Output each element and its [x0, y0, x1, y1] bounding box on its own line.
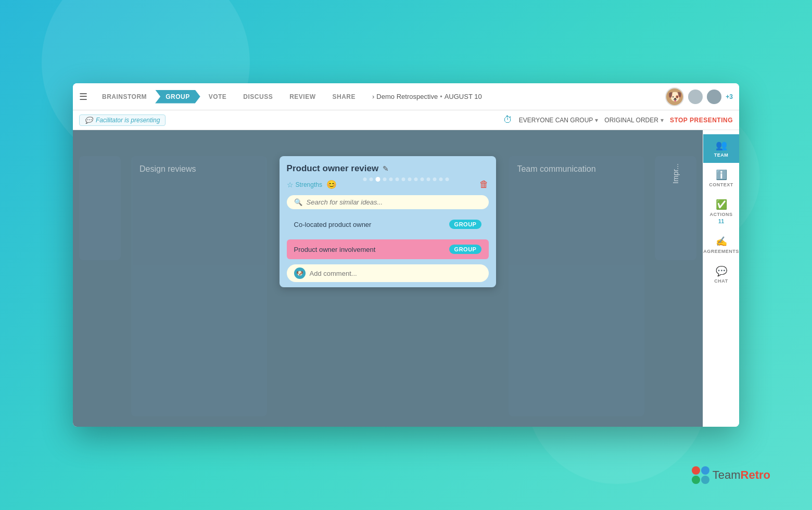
sub-toolbar: 💬 Facilitator is presenting ⏱ EVERYONE C…: [73, 110, 739, 130]
facilitator-icon: 💬: [85, 117, 93, 124]
dot-11[interactable]: [427, 177, 430, 181]
breadcrumb-chevron: ›: [372, 93, 374, 100]
edit-title-icon[interactable]: ✎: [383, 164, 389, 173]
dot-2[interactable]: [370, 177, 373, 181]
nav-step-vote[interactable]: VOTE: [200, 90, 235, 104]
left-edge-column: [79, 156, 121, 416]
nav-step-review[interactable]: REVIEW: [281, 90, 324, 104]
logo-circle-green: [692, 476, 700, 484]
sub-right: ⏱ EVERYONE CAN GROUP ORIGINAL ORDER STOP…: [503, 114, 733, 125]
logo-circle-teal: [701, 476, 709, 484]
group-tag-involvement[interactable]: GROUP: [449, 245, 482, 254]
dot-13[interactable]: [439, 177, 443, 181]
nav-step-brainstorm[interactable]: BRAINSTORM: [94, 90, 155, 104]
actions-icon: ✅: [716, 199, 727, 210]
comment-bar[interactable]: 🐶: [287, 264, 489, 282]
dot-14[interactable]: [446, 177, 449, 181]
actions-count: 11: [718, 219, 724, 224]
product-owner-review-column: Product owner review ✎ ☆ Strengths 😊 🗑: [280, 156, 497, 416]
right-sidebar: 👥 TEAM ℹ️ CONTEXT ✅ ACTIONS 11 ✍️ AGREEM…: [703, 130, 739, 427]
nav-steps: BRAINSTORM GROUP VOTE DISCUSS REVIEW SHA…: [94, 90, 364, 104]
logo-row-bottom: [692, 476, 709, 484]
logo-circle-blue: [701, 466, 709, 475]
expanded-title: Product owner review: [287, 163, 379, 174]
improvements-card: Impr...: [655, 156, 696, 260]
board-columns: Design reviews Product owner review ✎ ☆: [73, 130, 703, 427]
logo-text-bold: Retro: [741, 468, 770, 481]
nav-step-share[interactable]: SHARE: [324, 90, 364, 104]
sidebar-label-chat: CHAT: [714, 278, 728, 284]
breadcrumb-title: Demo Retrospective: [376, 93, 438, 100]
original-order-button[interactable]: ORIGINAL ORDER: [604, 117, 664, 124]
expanded-header: Product owner review ✎: [287, 163, 489, 174]
slide-dots: [363, 177, 449, 182]
team-communication-column: Team communication: [509, 156, 644, 416]
app-window: ☰ BRAINSTORM GROUP VOTE DISCUSS REVIEW S…: [73, 83, 739, 427]
emoji-icon: 😊: [326, 180, 337, 189]
dot-12[interactable]: [433, 177, 437, 181]
sidebar-item-actions[interactable]: ✅ ACTIONS 11: [703, 194, 739, 230]
sidebar-item-agreements[interactable]: ✍️ AGREEMENTS: [703, 231, 739, 259]
logo-icons: [692, 466, 709, 484]
idea-label-colocated: Co-located product owner: [294, 221, 372, 228]
search-input[interactable]: [307, 198, 482, 206]
expanded-card: Product owner review ✎ ☆ Strengths 😊 🗑: [280, 156, 497, 287]
everyone-can-group-button[interactable]: EVERYONE CAN GROUP: [519, 117, 598, 124]
sidebar-item-chat[interactable]: 💬 CHAT: [703, 260, 739, 289]
dot-10[interactable]: [421, 177, 424, 181]
search-bar[interactable]: 🔍: [287, 195, 489, 209]
comment-avatar: 🐶: [294, 267, 306, 279]
idea-card-involvement[interactable]: Product owner involvement GROUP: [287, 239, 489, 259]
dot-4[interactable]: [383, 177, 387, 181]
idea-label-involvement: Product owner involvement: [294, 246, 376, 253]
avatar[interactable]: 🐶: [665, 87, 684, 106]
hamburger-menu[interactable]: ☰: [79, 91, 87, 103]
improvements-column: Impr...: [655, 156, 696, 416]
logo-text: TeamRetro: [713, 468, 770, 482]
improvements-title: Impr...: [671, 163, 680, 184]
facilitator-text: Facilitator is presenting: [96, 117, 160, 124]
nav-step-discuss[interactable]: DISCUSS: [235, 90, 281, 104]
group-tag-colocated[interactable]: GROUP: [449, 220, 482, 229]
breadcrumb: › Demo Retrospective • AUGUST 10: [372, 93, 482, 100]
sidebar-label-team: TEAM: [714, 152, 729, 158]
nav-right: 🐶 +3: [665, 87, 733, 106]
breadcrumb-date: AUGUST 10: [445, 93, 482, 100]
teamretro-logo: TeamRetro: [692, 466, 770, 484]
sidebar-item-context[interactable]: ℹ️ CONTEXT: [703, 164, 739, 193]
nav-step-group[interactable]: GROUP: [155, 90, 200, 104]
sidebar-item-team[interactable]: 👥 TEAM: [703, 134, 739, 163]
logo-text-normal: Team: [713, 468, 741, 481]
dot-3[interactable]: [376, 177, 380, 182]
sidebar-label-actions: ACTIONS: [710, 212, 733, 217]
logo-row-top: [692, 466, 709, 475]
design-reviews-title: Design reviews: [139, 164, 259, 174]
logo-circle-red: [692, 466, 700, 475]
breadcrumb-separator: •: [440, 93, 442, 100]
team-communication-card: Team communication: [509, 156, 644, 416]
design-reviews-card: Design reviews: [131, 156, 267, 416]
star-icon: ☆: [287, 181, 294, 189]
delete-icon[interactable]: 🗑: [479, 179, 489, 190]
dot-5[interactable]: [389, 177, 393, 181]
dot-6[interactable]: [396, 177, 399, 181]
dot-1[interactable]: [363, 177, 367, 181]
left-edge-card: [79, 156, 121, 260]
top-nav: ☰ BRAINSTORM GROUP VOTE DISCUSS REVIEW S…: [73, 83, 739, 110]
sidebar-label-context: CONTEXT: [709, 182, 733, 187]
design-reviews-column: Design reviews: [131, 156, 267, 416]
dot-7[interactable]: [402, 177, 405, 181]
timer-button[interactable]: ⏱: [503, 114, 513, 125]
stop-presenting-button[interactable]: STOP PRESENTING: [670, 117, 733, 124]
team-communication-title: Team communication: [517, 164, 636, 174]
search-icon: 🔍: [294, 198, 302, 206]
avatar-2[interactable]: [688, 90, 703, 104]
strengths-label: Strengths: [296, 181, 322, 188]
idea-card-colocated[interactable]: Co-located product owner GROUP: [287, 214, 489, 234]
facilitator-badge: 💬 Facilitator is presenting: [79, 114, 166, 126]
dot-8[interactable]: [408, 177, 412, 181]
dot-9[interactable]: [414, 177, 418, 181]
avatar-3[interactable]: [707, 90, 721, 104]
comment-input[interactable]: [310, 270, 482, 277]
agreements-icon: ✍️: [716, 236, 727, 247]
